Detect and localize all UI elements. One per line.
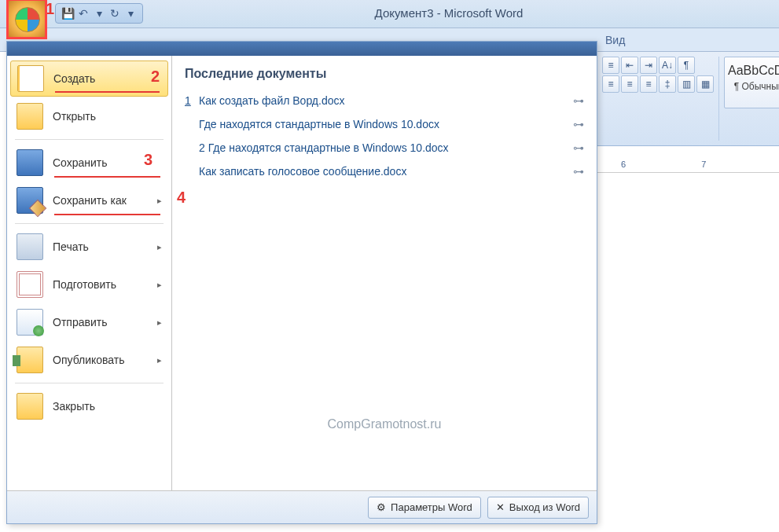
recent-documents-pane: Последние документы 1 Как создать файл В…	[172, 56, 597, 490]
redo-icon[interactable]: ↻	[108, 6, 122, 20]
menu-item-print[interactable]: Печать ▸	[10, 229, 168, 265]
document-area[interactable]	[597, 173, 779, 532]
menu-label: Создать	[53, 72, 95, 85]
menu-label: Отправить	[53, 316, 107, 328]
printer-icon	[17, 233, 43, 260]
recent-name: Где находятся стандартные в Windows 10.d…	[199, 118, 439, 130]
menu-header-strip	[7, 42, 597, 56]
align-right-icon[interactable]: ≡	[621, 75, 638, 93]
close-folder-icon	[17, 393, 43, 420]
word-options-button[interactable]: ⚙ Параметры Word	[368, 497, 481, 519]
close-icon: ✕	[496, 501, 505, 513]
tab-view[interactable]: Вид	[605, 34, 625, 46]
pin-icon[interactable]: ⊶	[573, 165, 584, 178]
watermark-text: CompGramotnost.ru	[328, 417, 442, 431]
recent-doc[interactable]: Где находятся стандартные в Windows 10.d…	[185, 112, 584, 136]
save-icon[interactable]: 💾	[61, 6, 75, 20]
menu-item-prepare[interactable]: Подготовить ▸	[10, 266, 168, 303]
menu-label: Печать	[53, 240, 89, 253]
align-justify-icon[interactable]: ≡	[640, 75, 657, 93]
qat-sep: ▾	[92, 6, 106, 20]
office-menu: Создать 2 Открыть Сохранить 3 Сохранить …	[6, 41, 597, 524]
align-center-icon[interactable]: ≡	[602, 75, 619, 93]
indent-inc-icon[interactable]: ⇥	[640, 57, 657, 74]
menu-item-publish[interactable]: Опубликовать ▸	[10, 342, 168, 378]
undo-icon[interactable]: ↶	[76, 6, 90, 20]
new-doc-icon	[17, 65, 44, 92]
menu-separator	[15, 223, 164, 224]
menu-label: Открыть	[53, 110, 96, 123]
style-caption: ¶ Обычный	[728, 81, 779, 92]
office-logo-icon	[15, 7, 40, 32]
menu-separator	[15, 139, 164, 140]
menu-item-save[interactable]: Сохранить 3	[10, 145, 168, 181]
recent-doc[interactable]: 2 Где находятся стандартные в Windows 10…	[185, 136, 584, 160]
pin-icon[interactable]: ⊶	[573, 141, 584, 154]
recent-doc[interactable]: 1 Как создать файл Ворд.docx ⊶	[185, 89, 584, 112]
annotation-underline	[54, 176, 160, 178]
shading-icon[interactable]: ▥	[678, 75, 695, 93]
annotation-underline	[54, 214, 160, 215]
menu-item-send[interactable]: Отправить ▸	[10, 304, 168, 340]
menu-item-open[interactable]: Открыть	[10, 98, 168, 134]
line-spacing-icon[interactable]: ‡	[659, 75, 676, 93]
ruler-mark: 6	[621, 160, 626, 169]
style-preview: AaBbCcDc	[728, 64, 779, 78]
save-floppy-icon	[17, 149, 43, 176]
indent-dec-icon[interactable]: ⇤	[621, 57, 638, 74]
options-icon: ⚙	[377, 501, 386, 513]
recent-name: Как создать файл Ворд.docx	[199, 94, 345, 107]
menu-item-new[interactable]: Создать 2	[10, 61, 168, 97]
menu-label: Сохранить	[53, 156, 108, 169]
pilcrow-icon[interactable]: ¶	[678, 57, 695, 74]
list-icon[interactable]: ≡	[602, 57, 619, 74]
title-bar: 1 💾 ↶ ▾ ↻ ▾ Документ3 - Microsoft Word	[0, 0, 779, 28]
pin-icon[interactable]: ⊶	[573, 94, 584, 107]
chevron-right-icon: ▸	[157, 242, 162, 252]
quick-access-toolbar: 💾 ↶ ▾ ↻ ▾	[55, 3, 143, 24]
publish-icon	[17, 347, 43, 373]
borders-icon[interactable]: ▦	[696, 75, 714, 93]
save-as-icon	[17, 187, 43, 214]
pin-icon[interactable]: ⊶	[573, 118, 584, 130]
menu-item-close[interactable]: Закрыть	[10, 388, 168, 424]
chevron-right-icon: ▸	[157, 317, 162, 328]
exit-label: Выход из Word	[509, 501, 580, 513]
recent-doc[interactable]: Как записать голосовое сообщение.docx ⊶	[185, 160, 584, 183]
callout-3: 3	[144, 151, 152, 169]
prepare-icon	[17, 271, 43, 298]
chevron-right-icon: ▸	[157, 280, 162, 290]
menu-label: Подготовить	[53, 278, 116, 291]
recent-num: 1	[185, 94, 199, 107]
open-folder-icon	[17, 103, 43, 130]
ruler: 6 7	[597, 156, 779, 173]
options-label: Параметры Word	[391, 501, 472, 513]
menu-label: Закрыть	[53, 400, 95, 413]
menu-footer: ⚙ Параметры Word ✕ Выход из Word	[7, 490, 597, 523]
office-button[interactable]	[6, 0, 47, 39]
menu-label: Опубликовать	[53, 354, 125, 366]
chevron-right-icon: ▸	[157, 196, 162, 206]
ribbon: ≡ ⇤ ⇥ A↓ ¶ ≡ ≡ ≡ ‡ ▥ ▦ AaBbCcDc ¶ Обычны…	[597, 52, 779, 146]
menu-left-pane: Создать 2 Открыть Сохранить 3 Сохранить …	[7, 56, 172, 490]
chevron-right-icon: ▸	[157, 355, 162, 365]
qat-more-icon[interactable]: ▾	[123, 6, 138, 20]
sort-icon[interactable]: A↓	[659, 57, 676, 74]
menu-separator	[15, 383, 164, 383]
menu-label: Сохранить как	[53, 194, 127, 207]
recent-name: Как записать голосовое сообщение.docx	[199, 165, 406, 178]
annotation-underline	[55, 91, 160, 93]
recent-name: 2 Где находятся стандартные в Windows 10…	[199, 141, 449, 154]
send-icon	[17, 309, 43, 336]
exit-word-button[interactable]: ✕ Выход из Word	[487, 497, 589, 519]
paragraph-group: ≡ ⇤ ⇥ A↓ ¶ ≡ ≡ ≡ ‡ ▥ ▦	[602, 57, 719, 141]
window-title: Документ3 - Microsoft Word	[375, 6, 524, 20]
menu-item-save-as[interactable]: Сохранить как ▸ 4	[10, 182, 168, 218]
style-normal[interactable]: AaBbCcDc ¶ Обычный	[724, 57, 779, 108]
recent-header: Последние документы	[185, 62, 584, 89]
ruler-mark: 7	[701, 160, 706, 169]
callout-2: 2	[151, 68, 160, 86]
